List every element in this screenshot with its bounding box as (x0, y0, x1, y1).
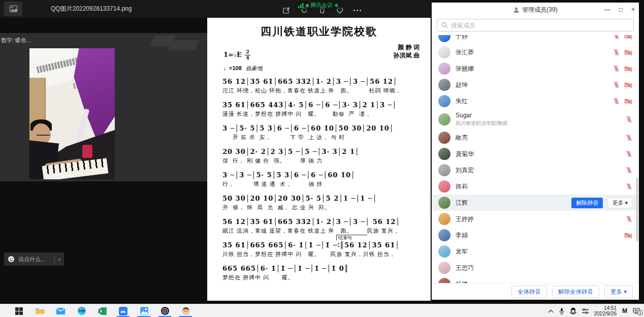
shared-sheet-music: 四川铁道职业学院校歌 颜 静 词 孙洪斌 曲 1=♭E24 ♩=108自豪地 5… (207, 18, 431, 301)
notes: 20 30│2· 2│2 3│5 ─│5 ─│3· 3│2 1│ (222, 147, 426, 157)
share-stage: 数学; 暖色... (0, 33, 207, 181)
notes: 35 61̇│665 443│4· 5│6 ─│6 ─│3· 3│2 1│3 ─… (222, 100, 426, 110)
muted-camera-icon (624, 35, 632, 40)
member-row[interactable]: 江辉解除静音更多 ▾ (432, 195, 639, 211)
avatar (438, 278, 450, 283)
tray-qq-icon[interactable] (570, 307, 576, 314)
scrollbar-thumb[interactable] (636, 178, 638, 241)
lyrics: 偕 行， 刚 健 自 强。 厚 德 力 (222, 157, 426, 165)
mail-icon[interactable] (55, 305, 67, 317)
unmute-all-button[interactable]: 解除全体静音 (552, 286, 599, 298)
member-row[interactable]: 张汇莽 (432, 44, 639, 60)
members-icon (513, 7, 520, 13)
more-icon[interactable] (353, 6, 362, 14)
qq-contact-icon[interactable] (180, 305, 191, 317)
member-name: 敞亮 (456, 135, 621, 141)
score-credits: 颜 静 词 孙洪斌 曲 (394, 43, 420, 59)
member-name: 张汇莽 (456, 49, 608, 56)
chat-input-bar[interactable]: 说点什么... ‹ (4, 252, 64, 266)
notification-icon[interactable]: 1 (633, 308, 640, 314)
tray-clock[interactable]: 14:51 2022/9/26 (594, 305, 617, 316)
avatar (438, 229, 450, 241)
search-icon (441, 22, 448, 28)
watermark-shape (169, 40, 200, 50)
edge-icon[interactable] (76, 305, 87, 317)
tray-mic-icon[interactable] (559, 308, 564, 314)
photos-taskbar-icon[interactable] (138, 305, 150, 317)
avatar (438, 95, 450, 107)
member-panel-title: 管理成员(39) (522, 6, 557, 14)
avatar (438, 132, 450, 144)
member-search-box[interactable] (437, 19, 634, 31)
notes: 50 30│20 10│20 30│5· 5│5 2│1 ─│1 ─│ (222, 194, 426, 204)
member-row[interactable]: 刘真宏 (432, 162, 639, 178)
unmute-button[interactable]: 解除静音 (571, 198, 603, 208)
maximize-button[interactable]: □ (619, 6, 623, 13)
avatar (438, 197, 450, 209)
time: 14:51 (594, 305, 617, 311)
start-button[interactable] (13, 305, 25, 317)
lyrics: 沱江 环绕，松山 怀抱，青春在 铁道上 奔 跑。 杜鹃 啼晓， (222, 87, 426, 94)
lyricist: 颜 静 词 (394, 43, 420, 51)
member-row[interactable]: 李娟 (432, 227, 639, 243)
notation-line: 50 30│20 10│20 30│5· 5│5 2│1 ─│1 ─│并 修， … (222, 194, 426, 211)
member-row[interactable]: 路莉 (432, 178, 639, 195)
lyrics: 岷江 流淌，青城 遥望，青春在 铁道上 奔 跑。 民族 复兴， (222, 227, 426, 235)
avatar (438, 35, 450, 42)
signal-icon (298, 3, 304, 8)
edit-icon[interactable] (282, 6, 291, 14)
member-name: 于静 (456, 35, 608, 40)
file-explorer-icon[interactable] (34, 305, 46, 317)
notation-line: 3 ─│3 ─│5· 5│5 3│6 ─│6 ─│60 1̇0│行， 博 道 通… (222, 170, 426, 188)
member-row[interactable]: 于静 (432, 35, 639, 44)
mute-all-button[interactable]: 全体静音 (511, 286, 547, 298)
member-more-button[interactable]: 更多 ▾ (607, 198, 632, 208)
member-name: 王思巧 (456, 265, 627, 271)
muted-mic-icon (613, 35, 620, 40)
member-row[interactable]: 敞亮 (432, 130, 639, 146)
lyrics: 梦想在 拼搏中 闪 耀。 (222, 274, 426, 281)
photos-app-icon[interactable] (4, 2, 22, 16)
member-row[interactable]: 龙军 (432, 243, 639, 260)
notation-line: 20 30│2· 2│2 3│5 ─│5 ─│3· 3│2 1│偕 行， 刚 健… (222, 147, 426, 165)
photo-viewer-titlebar: QQ图片20220926133714.png 腾讯会议 (0, 0, 432, 18)
notes: 3 ─│3 ─│5· 5│5 3│6 ─│6 ─│60 1̇0│ (222, 170, 426, 180)
member-row[interactable]: 龚菊华 (432, 146, 639, 162)
member-name: 刘真宏 (456, 167, 621, 174)
tray-expand-icon[interactable] (548, 309, 554, 313)
ending-label: 结束句 (336, 235, 367, 240)
member-row[interactable]: 张丽娜 (432, 60, 639, 77)
muted-mic-icon (626, 167, 632, 174)
member-name: 江辉 (456, 200, 566, 206)
chat-placeholder[interactable]: 说点什么... (18, 256, 51, 263)
tray-mixer-icon[interactable] (582, 308, 589, 314)
lyrics: 行， 博 道 通 术， 德 技 (222, 180, 426, 188)
member-row[interactable]: 杨健 (432, 276, 639, 283)
meeting-status-pill[interactable]: 腾讯会议 (296, 1, 342, 10)
member-row[interactable]: 王婷婷 (432, 211, 639, 227)
member-row[interactable]: 赵坤 (432, 77, 639, 93)
member-panel-header: 管理成员(39) — □ × (432, 3, 639, 17)
muted-camera-icon (624, 232, 632, 239)
recorder-icon[interactable] (159, 305, 171, 317)
tencent-meeting-icon[interactable] (117, 305, 129, 317)
notation-line: 56 12│35 61̇│665 332│1· 2│3 ─│3 ─│56 12│… (222, 77, 426, 94)
windows-taskbar: 14:51 2022/9/26 M 1 (0, 304, 644, 317)
notes: 56 12│35 61̇│665 332│1· 2│3 ─│3 ─│ 56 12… (222, 217, 426, 227)
notes: 35 61̇│665 665│6· 1̇│1̇ ─│1̇ ─∶║56 12│35… (222, 240, 426, 250)
minimize-button[interactable]: — (604, 6, 610, 13)
emoji-icon[interactable] (8, 256, 15, 263)
footer-more-button[interactable]: 更多 ▾ (604, 286, 633, 298)
excel-icon[interactable] (96, 305, 108, 317)
ime-indicator[interactable]: M (622, 307, 627, 314)
muted-camera-icon (624, 98, 632, 105)
muted-mic-icon (613, 65, 620, 72)
lyrics: 并 修， 终 焉 允 臧， 志 业 兴 邦。 (222, 204, 426, 211)
member-row[interactable]: 朱红 (432, 93, 639, 109)
lyrics: 川铁 担当，梦想在 拼搏中 闪 耀。 民族 复兴，川铁 担当， (222, 250, 426, 258)
close-button[interactable]: × (631, 6, 635, 13)
search-input[interactable] (451, 22, 629, 29)
collapse-chat-icon[interactable]: ‹ (58, 256, 60, 262)
member-row[interactable]: Sugar四川铁道职业学院/教师 (432, 109, 639, 130)
member-row[interactable]: 王思巧 (432, 260, 639, 276)
